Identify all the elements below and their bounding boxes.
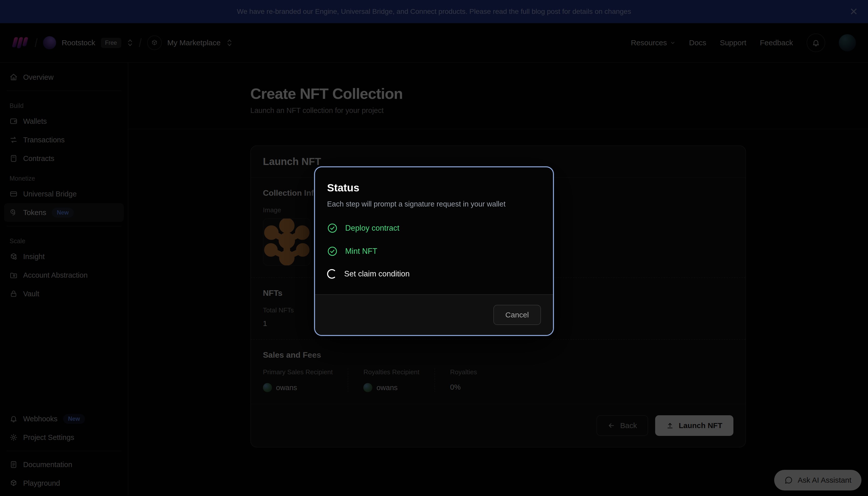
step-set-claim-condition: Set claim condition [327,269,541,279]
modal-subtitle: Each step will prompt a signature reques… [327,200,541,208]
modal-title: Status [327,182,541,194]
check-circle-icon [327,223,338,233]
step-label: Deploy contract [345,223,399,233]
modal-footer: Cancel [315,294,553,335]
step-mint-nft: Mint NFT [327,246,541,257]
step-label: Mint NFT [345,247,377,256]
step-label: Set claim condition [344,269,409,278]
cancel-button[interactable]: Cancel [493,305,541,325]
status-modal: Status Each step will prompt a signature… [314,167,554,336]
check-circle-icon [327,246,338,257]
spinner-icon [327,269,337,279]
status-steps: Deploy contract Mint NFT Set claim condi… [327,223,541,279]
step-deploy-contract: Deploy contract [327,223,541,233]
